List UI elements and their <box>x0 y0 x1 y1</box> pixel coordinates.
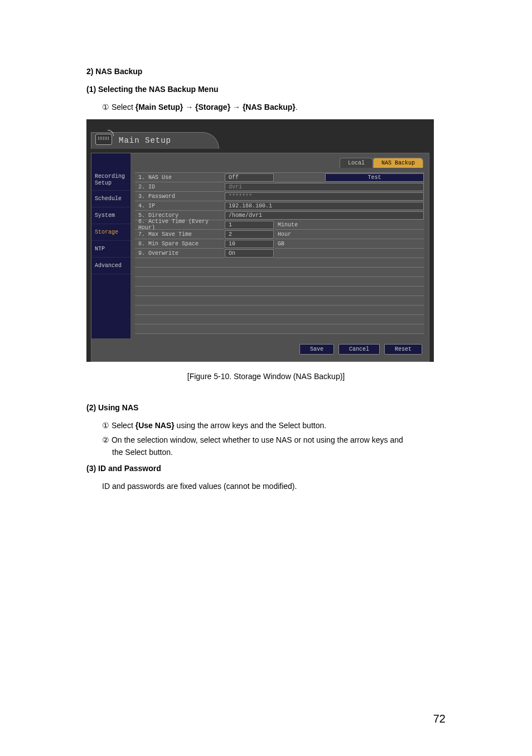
sidebar: Recording Setup Schedule System Storage … <box>91 153 130 338</box>
subsection-2-title: (2) Using NAS <box>86 403 446 412</box>
step-number: ① <box>102 421 109 430</box>
path-main-setup: {Main Setup} <box>136 103 183 112</box>
unit-minute: Minute <box>274 220 325 230</box>
sidebar-item-system[interactable]: System <box>91 207 130 224</box>
sub-tabs: Local NAS Backup <box>340 158 423 168</box>
reset-button[interactable]: Reset <box>384 344 422 355</box>
use-nas-bold: {Use NAS} <box>136 421 175 430</box>
field-max-save-time[interactable]: 2 <box>225 230 274 239</box>
subsection-1-title: (1) Selecting the NAS Backup Menu <box>86 85 446 94</box>
label-active-time: 6. Active Time (Every Hour) <box>135 220 224 230</box>
label-ip: 4. IP <box>135 201 224 211</box>
label-overwrite: 9. Overwrite <box>135 249 224 258</box>
window-titlebar: Main Setup <box>86 119 434 153</box>
label-password: 3. Password <box>135 192 224 201</box>
step-1: ① Select {Main Setup} → {Storage} → {NAS… <box>102 103 446 112</box>
label-id: 2. ID <box>135 182 224 192</box>
field-password: ******* <box>225 192 424 201</box>
sidebar-item-recording[interactable]: Recording Setup <box>91 170 130 191</box>
sidebar-item-advanced[interactable]: Advanced <box>91 258 130 274</box>
field-directory[interactable]: /home/dvr1 <box>225 211 424 220</box>
tab-nas-backup[interactable]: NAS Backup <box>373 158 423 168</box>
step-number: ② <box>102 435 109 444</box>
label-min-spare: 8. Min Spare Space <box>135 239 224 249</box>
keyboard-icon <box>95 134 112 145</box>
page-number: 72 <box>433 713 446 725</box>
step-2-1: ① Select {Use NAS} using the arrow keys … <box>102 421 446 430</box>
label-nas-use: 1. NAS Use <box>135 173 224 182</box>
label-max-save-time: 7. Max Save Time <box>135 230 224 239</box>
step-2-2: ② On the selection window, select whethe… <box>102 434 446 458</box>
footer-buttons: Save Cancel Reset <box>91 338 429 361</box>
settings-table: 1. NAS Use Off Test 2. ID dvr1 3. Passwo… <box>135 172 424 258</box>
sidebar-item-ntp[interactable]: NTP <box>91 241 130 258</box>
subsection-3-title: (3) ID and Password <box>86 464 446 473</box>
field-nas-use[interactable]: Off <box>225 173 274 182</box>
sidebar-item-storage[interactable]: Storage <box>91 224 130 241</box>
field-ip[interactable]: 192.168.100.1 <box>225 202 424 210</box>
field-min-spare[interactable]: 10 <box>225 240 274 248</box>
path-storage: {Storage} <box>195 103 230 112</box>
figure-caption: [Figure 5-10. Storage Window (NAS Backup… <box>86 372 446 381</box>
section-heading: 2) NAS Backup <box>86 67 446 76</box>
field-overwrite[interactable]: On <box>225 249 274 258</box>
save-button[interactable]: Save <box>299 344 334 355</box>
window-body: Recording Setup Schedule System Storage … <box>91 153 429 362</box>
field-active-time[interactable]: 1 <box>225 221 274 229</box>
window-title: Main Setup <box>119 136 171 145</box>
cancel-button[interactable]: Cancel <box>338 344 380 355</box>
step-number: ① <box>102 103 109 112</box>
empty-rows <box>135 258 424 334</box>
storage-window-screenshot: Main Setup Recording Setup Schedule Syst… <box>86 119 434 362</box>
path-nas-backup: {NAS Backup} <box>243 103 296 112</box>
sidebar-item-schedule[interactable]: Schedule <box>91 191 130 207</box>
field-id: dvr1 <box>225 183 424 191</box>
tab-local[interactable]: Local <box>340 158 373 168</box>
unit-hour: Hour <box>274 230 325 239</box>
section-3-text: ID and passwords are fixed values (canno… <box>102 482 446 491</box>
content-panel: Local NAS Backup 1. NAS Use Off Test 2. … <box>130 153 429 338</box>
test-button[interactable]: Test <box>325 173 424 182</box>
unit-gb: GB <box>274 239 325 249</box>
